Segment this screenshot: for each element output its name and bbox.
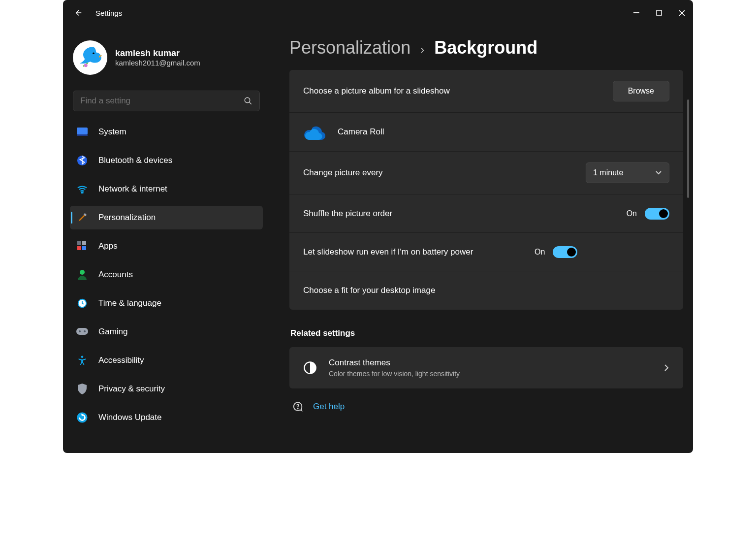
nav-item-label: Bluetooth & devices [98, 156, 172, 165]
close-icon [679, 10, 685, 16]
row-label: Choose a picture album for a slideshow [303, 86, 613, 96]
slideshow-settings-card: Choose a picture album for a slideshow B… [289, 70, 683, 310]
profile-email: kamlesh2011@gmail.com [115, 59, 200, 67]
settings-window: Settings kamlesh kuma [63, 0, 693, 453]
svg-point-22 [297, 408, 298, 409]
breadcrumb: Personalization › Background [289, 37, 683, 58]
chevron-right-icon [663, 364, 669, 372]
monitor-icon [76, 126, 89, 138]
row-label: Change picture every [303, 168, 586, 178]
contrast-icon [303, 361, 317, 375]
battery-toggle[interactable] [553, 246, 577, 258]
search-box[interactable] [73, 91, 260, 111]
browse-button[interactable]: Browse [613, 81, 669, 101]
row-fit: Choose a fit for your desktop image [289, 271, 683, 310]
dropdown-value: 1 minute [593, 168, 623, 177]
svg-point-19 [81, 355, 84, 358]
nav-item-system[interactable]: System [70, 120, 263, 144]
nav-list: System Bluetooth & devices Network & int… [70, 120, 263, 429]
shuffle-toggle[interactable] [645, 208, 669, 220]
svg-point-17 [79, 330, 81, 332]
nav-item-accounts[interactable]: Accounts [70, 263, 263, 287]
svg-point-4 [245, 97, 250, 103]
breadcrumb-parent[interactable]: Personalization [289, 37, 410, 58]
sidebar: kamlesh kumar kamlesh2011@gmail.com Syst… [63, 26, 270, 453]
nav-item-network[interactable]: Network & internet [70, 177, 263, 201]
nav-item-label: System [98, 127, 126, 137]
change-every-dropdown[interactable]: 1 minute [586, 162, 669, 183]
nav-item-time[interactable]: Time & language [70, 291, 263, 315]
nav-item-apps[interactable]: Apps [70, 234, 263, 258]
main-content: Personalization › Background Choose a pi… [270, 26, 693, 453]
contrast-themes-link[interactable]: Contrast themes Color themes for low vis… [289, 347, 683, 388]
chevron-right-icon: › [420, 43, 424, 57]
svg-point-18 [84, 330, 86, 332]
row-shuffle: Shuffle the picture order On [289, 194, 683, 233]
svg-rect-5 [77, 128, 88, 134]
link-subtitle: Color themes for low vision, light sensi… [329, 370, 652, 378]
nav-item-bluetooth[interactable]: Bluetooth & devices [70, 149, 263, 172]
get-help-link[interactable]: Get help [313, 402, 345, 412]
svg-rect-16 [76, 328, 88, 335]
titlebar: Settings [63, 0, 693, 26]
row-label: Let slideshow run even if I'm on battery… [303, 247, 535, 257]
current-album-name: Camera Roll [338, 127, 384, 137]
nav-item-label: Accessibility [98, 355, 144, 365]
nav-item-label: Privacy & security [98, 384, 165, 394]
nav-item-label: Windows Update [98, 413, 162, 422]
svg-point-2 [93, 53, 94, 55]
avatar [73, 40, 107, 75]
profile-block[interactable]: kamlesh kumar kamlesh2011@gmail.com [70, 32, 263, 87]
toggle-state-label: On [627, 209, 637, 218]
row-album: Choose a picture album for a slideshow B… [289, 70, 683, 113]
related-card: Contrast themes Color themes for low vis… [289, 347, 683, 388]
app-title: Settings [95, 9, 122, 17]
related-settings-heading: Related settings [290, 328, 683, 338]
maximize-icon [656, 10, 662, 16]
svg-point-8 [81, 192, 83, 193]
update-icon [76, 411, 89, 424]
nav-item-privacy[interactable]: Privacy & security [70, 377, 263, 401]
svg-rect-1 [657, 10, 662, 15]
nav-item-accessibility[interactable]: Accessibility [70, 349, 263, 372]
toggle-state-label: On [535, 248, 545, 257]
link-title: Contrast themes [329, 358, 652, 368]
scrollbar[interactable] [687, 99, 689, 198]
paintbrush-icon [76, 211, 89, 224]
nav-item-label: Personalization [98, 213, 156, 223]
svg-rect-9 [77, 241, 81, 245]
row-label: Shuffle the picture order [303, 209, 627, 219]
search-icon [244, 97, 252, 105]
nav-item-update[interactable]: Windows Update [70, 406, 263, 429]
shield-icon [76, 383, 89, 395]
svg-rect-12 [82, 246, 86, 250]
close-button[interactable] [670, 5, 693, 21]
row-change-every: Change picture every 1 minute [289, 152, 683, 194]
row-current-album: Camera Roll [289, 113, 683, 152]
back-button[interactable] [69, 3, 89, 23]
svg-rect-6 [77, 134, 88, 136]
nav-item-gaming[interactable]: Gaming [70, 320, 263, 344]
minimize-button[interactable] [625, 5, 648, 21]
onedrive-icon [303, 124, 327, 140]
clock-icon [76, 297, 89, 310]
page-title: Background [434, 37, 537, 58]
help-icon [292, 401, 303, 412]
wifi-icon [76, 183, 89, 195]
nav-item-label: Apps [98, 241, 118, 251]
apps-icon [76, 240, 89, 253]
row-battery: Let slideshow run even if I'm on battery… [289, 233, 683, 271]
row-label: Choose a fit for your desktop image [303, 286, 669, 295]
svg-rect-11 [77, 246, 81, 250]
nav-item-label: Gaming [98, 327, 128, 337]
svg-rect-0 [633, 12, 639, 13]
search-input[interactable] [80, 96, 244, 106]
nav-item-label: Accounts [98, 270, 133, 280]
maximize-button[interactable] [648, 5, 670, 21]
nav-item-personalization[interactable]: Personalization [70, 206, 263, 229]
person-icon [76, 268, 89, 281]
bluetooth-icon [76, 154, 89, 167]
svg-point-3 [84, 64, 88, 67]
help-row: Get help [289, 401, 683, 412]
svg-rect-10 [82, 241, 86, 245]
